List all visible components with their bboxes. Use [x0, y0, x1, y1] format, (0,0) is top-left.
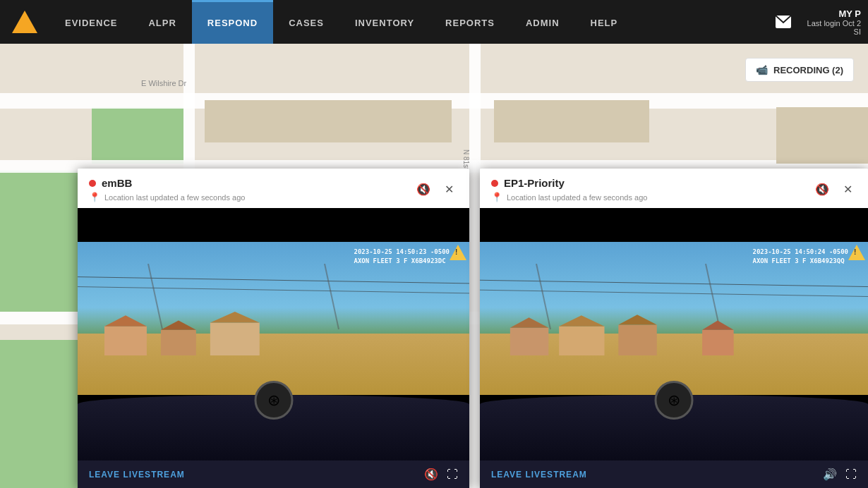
dashboard-left: ⊛ [78, 395, 469, 460]
logo-icon [12, 11, 37, 33]
volume-off-icon-left[interactable]: 🔇 [424, 468, 438, 481]
panel-right-header: EP1-Priority 📍 Location last updated a f… [480, 169, 868, 208]
navbar: EVIDENCE ALPR RESPOND CASES INVENTORY RE… [0, 0, 868, 44]
leave-btn-left[interactable]: LEAVE LIVESTREAM [89, 470, 185, 480]
fullscreen-icon-left[interactable]: ⛶ [447, 468, 458, 481]
panel-left-location: Location last updated a few seconds ago [104, 193, 245, 202]
nav-help[interactable]: HELP [575, 0, 634, 44]
nav-items: EVIDENCE ALPR RESPOND CASES INVENTORY RE… [49, 0, 771, 44]
fan-left: ⊛ [254, 381, 293, 420]
nav-alpr[interactable]: ALPR [133, 0, 191, 44]
recording-label: RECORDING (2) [773, 65, 843, 75]
svg-rect-19 [776, 107, 868, 164]
video-area-right: ⊛ 2023-10-25 14:50:24 -0500 AXON FLEET 3… [480, 242, 868, 460]
last-login: Last login Oct 2 [807, 19, 861, 28]
nav-reports[interactable]: REPORTS [430, 0, 510, 44]
panel-right-actions: 🔇 ✕ [813, 180, 857, 198]
logo[interactable] [0, 0, 49, 44]
svg-rect-15 [494, 100, 649, 142]
panel-right-title-row: EP1-Priority [491, 177, 647, 189]
panel-right-status-dot [491, 180, 498, 187]
dashboard-right: ⊛ [480, 395, 868, 460]
close-icon-right[interactable]: ✕ [838, 180, 857, 198]
nav-admin[interactable]: ADMIN [510, 0, 575, 44]
svg-text:E Wilshire Dr: E Wilshire Dr [141, 79, 187, 87]
video-top-bar-left [78, 208, 469, 242]
panel-right-subtitle: 📍 Location last updated a few seconds ag… [491, 192, 647, 202]
leave-btn-right[interactable]: LEAVE LIVESTREAM [491, 470, 587, 480]
close-icon-left[interactable]: ✕ [440, 180, 458, 198]
timestamp-left: 2023-10-25 14:50:23 -0500 AXON FLEET 3 F… [354, 248, 450, 265]
svg-rect-9 [469, 44, 481, 488]
nav-right: MY P Last login Oct 2 SI [771, 8, 868, 36]
panel-left-subtitle: 📍 Location last updated a few seconds ag… [89, 192, 245, 202]
svg-rect-14 [205, 100, 452, 142]
fan-right: ⊛ [655, 381, 694, 420]
timestamp-right: 2023-10-25 14:50:24 -0500 AXON FLEET 3 F… [753, 248, 848, 265]
svg-rect-2 [0, 171, 78, 312]
footer-icons-left: 🔇 ⛶ [424, 468, 458, 481]
panel-right: EP1-Priority 📍 Location last updated a f… [480, 169, 868, 488]
fullscreen-icon-right[interactable]: ⛶ [845, 468, 857, 481]
nav-evidence[interactable]: EVIDENCE [49, 0, 133, 44]
location-icon-right: 📍 [491, 192, 502, 202]
panel-right-title: EP1-Priority [504, 177, 565, 189]
warning-icon-right: ! [848, 245, 865, 260]
nav-respond[interactable]: RESPOND [192, 0, 273, 44]
user-info[interactable]: MY P Last login Oct 2 SI [807, 8, 861, 36]
volume-icon-right[interactable]: 🔊 [823, 468, 837, 481]
nav-cases[interactable]: CASES [273, 0, 339, 44]
nav-inventory[interactable]: INVENTORY [339, 0, 430, 44]
mail-icon[interactable] [771, 9, 796, 35]
panel-left-actions: 🔇 ✕ [414, 180, 458, 198]
panel-left-status-dot [89, 180, 96, 187]
panel-left-title: emBB [102, 177, 132, 189]
mute-icon-left[interactable]: 🔇 [414, 180, 433, 198]
user-name: MY P [807, 8, 861, 19]
camera-icon: 📹 [756, 64, 768, 75]
recording-badge[interactable]: 📹 RECORDING (2) [745, 58, 854, 82]
svg-rect-3 [92, 107, 183, 164]
svg-rect-4 [0, 340, 78, 488]
panel-right-location: Location last updated a few seconds ago [507, 193, 647, 202]
footer-icons-right: 🔊 ⛶ [823, 468, 857, 481]
mute-icon-right[interactable]: 🔇 [813, 180, 831, 198]
location-icon-left: 📍 [89, 192, 100, 202]
user-initials: SI [807, 28, 861, 36]
panel-right-footer: LEAVE LIVESTREAM 🔊 ⛶ [480, 460, 868, 488]
panel-left-title-row: emBB [89, 177, 245, 189]
warning-icon-left: ! [450, 245, 466, 260]
panel-left-footer: LEAVE LIVESTREAM 🔇 ⛶ [78, 460, 469, 488]
panel-left: emBB 📍 Location last updated a few secon… [78, 169, 469, 488]
video-top-bar-right [480, 208, 868, 242]
panel-left-header: emBB 📍 Location last updated a few secon… [78, 169, 469, 208]
video-area-left: ⊛ 2023-10-25 14:50:23 -0500 AXON FLEET 3… [78, 242, 469, 460]
panel-right-inner: EP1-Priority 📍 Location last updated a f… [480, 169, 868, 488]
panel-left-inner: emBB 📍 Location last updated a few secon… [78, 169, 469, 488]
